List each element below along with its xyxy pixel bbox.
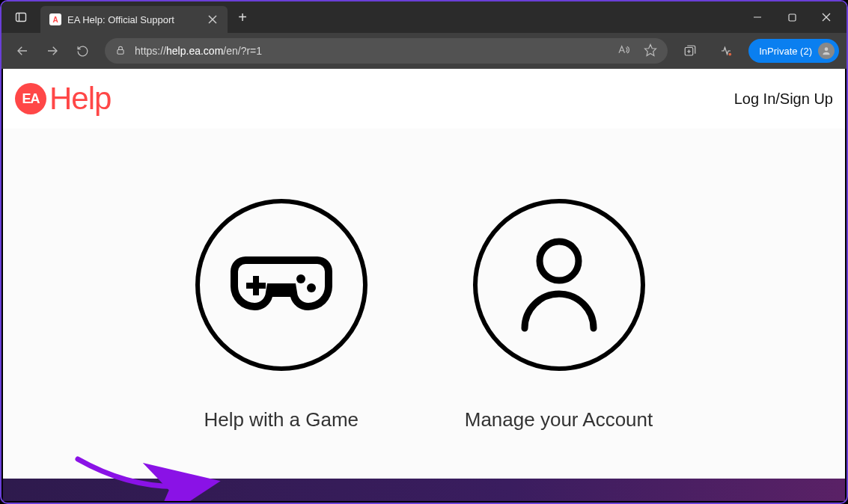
manage-account-option[interactable]: Manage your Account — [465, 199, 653, 431]
main-options-area: Help with a Game Manage your Account — [3, 129, 845, 479]
read-aloud-icon[interactable] — [617, 43, 630, 59]
browser-toolbar: https://help.ea.com/en/?r=1 InPrivate (2… — [1, 33, 847, 69]
footer-strip — [3, 479, 845, 501]
maximize-button[interactable] — [775, 1, 809, 33]
minimize-button[interactable] — [740, 1, 775, 33]
inprivate-indicator[interactable]: InPrivate (2) — [748, 39, 839, 63]
profile-avatar-icon — [818, 43, 835, 59]
ea-logo-icon: EA — [15, 83, 46, 114]
person-icon — [473, 199, 645, 371]
svg-rect-10 — [118, 49, 123, 54]
close-tab-button[interactable] — [205, 12, 220, 27]
svg-rect-0 — [16, 13, 26, 22]
forward-button[interactable] — [39, 37, 66, 64]
help-with-game-label: Help with a Game — [204, 408, 359, 431]
performance-icon[interactable] — [713, 37, 739, 64]
window-controls — [740, 1, 844, 33]
back-button[interactable] — [9, 37, 36, 64]
svg-point-21 — [540, 242, 579, 280]
close-window-button[interactable] — [809, 1, 844, 33]
new-tab-button[interactable]: + — [231, 5, 254, 29]
svg-point-15 — [729, 53, 732, 56]
collections-icon[interactable] — [677, 37, 704, 64]
ea-help-logo[interactable]: EA Help — [15, 81, 111, 117]
site-header: EA Help Log In/Sign Up — [3, 69, 845, 129]
tab-actions-button[interactable] — [9, 5, 33, 29]
svg-point-20 — [307, 283, 316, 292]
address-bar[interactable]: https://help.ea.com/en/?r=1 — [105, 38, 668, 64]
svg-rect-18 — [246, 283, 266, 289]
game-controller-icon — [195, 199, 367, 371]
svg-marker-11 — [645, 44, 656, 55]
inprivate-label: InPrivate (2) — [759, 46, 812, 57]
page-content: EA Help Log In/Sign Up Help with a Game — [3, 69, 845, 501]
lock-icon — [115, 45, 126, 58]
svg-rect-5 — [789, 14, 796, 21]
browser-titlebar: A EA Help: Official Support + — [1, 1, 847, 33]
svg-point-19 — [296, 274, 305, 283]
login-signup-link[interactable]: Log In/Sign Up — [734, 90, 833, 108]
help-with-game-option[interactable]: Help with a Game — [195, 199, 367, 431]
logo-text: Help — [49, 81, 111, 117]
tab-title: EA Help: Official Support — [67, 14, 201, 25]
url-text: https://help.ea.com/en/?r=1 — [135, 45, 262, 57]
tab-favicon-icon: A — [49, 13, 61, 25]
refresh-button[interactable] — [69, 37, 96, 64]
svg-point-16 — [825, 47, 829, 51]
manage-account-label: Manage your Account — [465, 408, 653, 431]
browser-tab[interactable]: A EA Help: Official Support — [40, 6, 228, 33]
favorite-icon[interactable] — [644, 43, 657, 59]
